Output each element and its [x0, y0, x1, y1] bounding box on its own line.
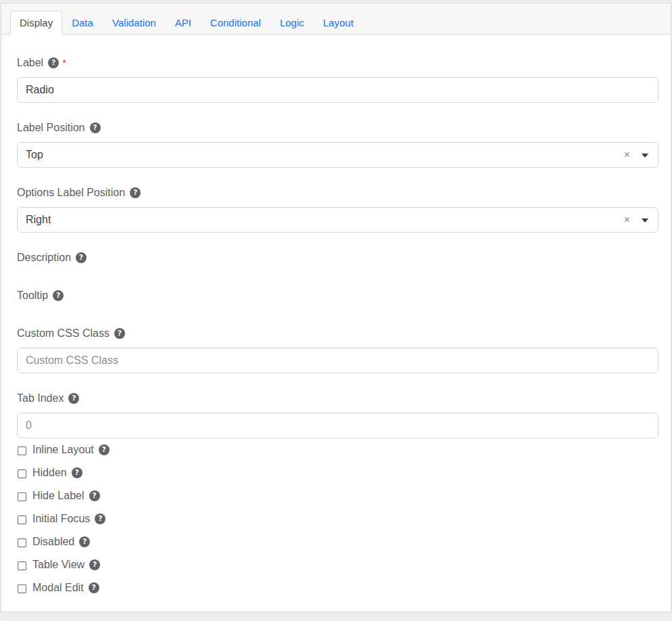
- tab-index-input[interactable]: [17, 413, 658, 438]
- help-icon[interactable]: ?: [72, 467, 82, 478]
- custom-css-class-input[interactable]: [17, 348, 658, 373]
- tab-validation[interactable]: Validation: [103, 11, 166, 34]
- tooltip-group: Tooltip ?: [17, 289, 658, 302]
- initial-focus-label: Initial Focus: [32, 512, 90, 526]
- custom-css-class-label: Custom CSS Class ?: [17, 327, 658, 340]
- display-options-checkboxes: Inline Layout ? Hidden ? Hide Label ? In…: [17, 443, 658, 595]
- help-icon[interactable]: ?: [89, 490, 100, 501]
- inline-layout-checkbox-row[interactable]: Inline Layout ?: [17, 443, 658, 457]
- description-label-text: Description: [17, 251, 71, 264]
- tooltip-label: Tooltip ?: [17, 289, 658, 302]
- help-icon[interactable]: ?: [89, 559, 100, 570]
- disabled-label: Disabled: [32, 535, 74, 549]
- description-label: Description ?: [17, 251, 658, 264]
- label-field-label-text: Label: [17, 56, 43, 69]
- tab-data[interactable]: Data: [62, 11, 103, 34]
- label-position-selected-value: Top: [26, 149, 43, 161]
- modal-edit-label: Modal Edit: [32, 581, 84, 595]
- help-icon[interactable]: ?: [130, 187, 141, 198]
- tab-api[interactable]: API: [166, 11, 201, 34]
- tab-display[interactable]: Display: [10, 11, 62, 34]
- tooltip-label-text: Tooltip: [17, 289, 48, 302]
- required-asterisk: *: [62, 59, 66, 67]
- label-field-label: Label ? *: [17, 56, 658, 69]
- inline-layout-label: Inline Layout: [32, 443, 94, 457]
- label-position-group: Label Position ? Top ×: [17, 121, 658, 168]
- initial-focus-checkbox-row[interactable]: Initial Focus ?: [17, 512, 658, 526]
- clear-selection-icon[interactable]: ×: [624, 214, 630, 225]
- modal-edit-checkbox-row[interactable]: Modal Edit ?: [17, 581, 658, 595]
- custom-css-class-group: Custom CSS Class ?: [17, 327, 658, 373]
- help-icon[interactable]: ?: [48, 58, 59, 68]
- table-view-checkbox-row[interactable]: Table View ?: [17, 558, 658, 572]
- hidden-checkbox-row[interactable]: Hidden ?: [17, 466, 658, 480]
- tab-index-label-text: Tab Index: [17, 392, 64, 405]
- help-icon[interactable]: ?: [79, 536, 90, 547]
- help-icon[interactable]: ?: [76, 252, 87, 263]
- tab-logic[interactable]: Logic: [270, 11, 314, 34]
- help-icon[interactable]: ?: [99, 444, 110, 455]
- component-settings-panel: Display Data Validation API Conditional …: [1, 3, 671, 612]
- label-position-label: Label Position ?: [17, 121, 658, 134]
- options-label-position-label-text: Options Label Position: [17, 186, 125, 199]
- clear-selection-icon[interactable]: ×: [624, 150, 630, 160]
- modal-edit-checkbox[interactable]: [18, 584, 26, 593]
- inline-layout-checkbox[interactable]: [18, 446, 26, 455]
- label-position-select-wrap: Top ×: [17, 142, 658, 168]
- label-input[interactable]: [17, 77, 658, 103]
- help-icon[interactable]: ?: [89, 582, 99, 593]
- disabled-checkbox[interactable]: [18, 538, 26, 547]
- help-icon[interactable]: ?: [53, 290, 64, 301]
- options-label-position-label: Options Label Position ?: [17, 186, 658, 199]
- help-icon[interactable]: ?: [114, 328, 125, 339]
- tab-index-label: Tab Index ?: [17, 392, 658, 405]
- help-icon[interactable]: ?: [90, 122, 101, 133]
- table-view-checkbox[interactable]: [18, 561, 26, 570]
- settings-tab-bar: Display Data Validation API Conditional …: [1, 3, 671, 34]
- hide-label-checkbox[interactable]: [18, 492, 26, 501]
- display-tab-content: Label ? * Label Position ? Top × O: [1, 34, 671, 621]
- hide-label-label: Hide Label: [32, 489, 85, 503]
- chevron-down-icon[interactable]: [642, 154, 648, 158]
- label-position-label-text: Label Position: [17, 121, 85, 134]
- label-position-select[interactable]: Top: [17, 142, 658, 168]
- tab-conditional[interactable]: Conditional: [201, 11, 270, 34]
- help-icon[interactable]: ?: [95, 513, 105, 524]
- table-view-label: Table View: [32, 558, 85, 572]
- tab-layout[interactable]: Layout: [314, 11, 363, 34]
- tab-index-group: Tab Index ?: [17, 392, 658, 438]
- options-label-position-selected-value: Right: [26, 214, 51, 226]
- hidden-label: Hidden: [32, 466, 67, 480]
- chevron-down-icon[interactable]: [642, 218, 648, 223]
- options-label-position-select-wrap: Right ×: [17, 207, 658, 233]
- initial-focus-checkbox[interactable]: [18, 515, 26, 524]
- disabled-checkbox-row[interactable]: Disabled ?: [17, 535, 658, 549]
- hidden-checkbox[interactable]: [18, 469, 26, 478]
- options-label-position-group: Options Label Position ? Right ×: [17, 186, 658, 233]
- help-icon[interactable]: ?: [68, 393, 79, 404]
- description-group: Description ?: [17, 251, 658, 264]
- options-label-position-select[interactable]: Right: [17, 207, 658, 233]
- hide-label-checkbox-row[interactable]: Hide Label ?: [17, 489, 658, 503]
- label-field-group: Label ? *: [17, 56, 658, 103]
- custom-css-class-label-text: Custom CSS Class: [17, 327, 110, 340]
